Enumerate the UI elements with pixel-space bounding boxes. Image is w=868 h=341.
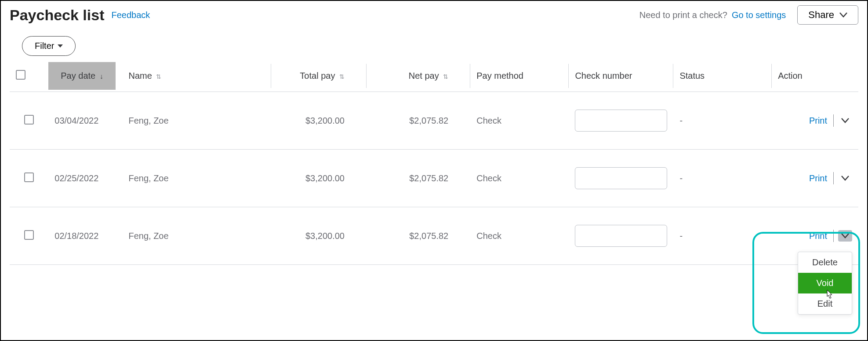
select-all-checkbox[interactable] bbox=[16, 70, 25, 80]
col-netpay-label: Net pay bbox=[409, 71, 439, 81]
cell-netpay: $2,075.82 bbox=[367, 207, 470, 265]
go-to-settings-link[interactable]: Go to settings bbox=[732, 10, 786, 20]
action-divider bbox=[833, 172, 834, 184]
action-divider bbox=[833, 114, 834, 127]
col-netpay[interactable]: Net pay ⇅ bbox=[367, 60, 470, 92]
action-dropdown-toggle[interactable] bbox=[838, 172, 852, 184]
col-action: Action bbox=[772, 60, 858, 92]
print-check-prompt: Need to print a check? bbox=[639, 10, 727, 20]
col-name-label: Name bbox=[128, 71, 152, 81]
sort-icon: ⇅ bbox=[156, 73, 161, 80]
table-row: 02/18/2022 Feng, Zoe $3,200.00 $2,075.82… bbox=[10, 207, 858, 265]
row-checkbox[interactable] bbox=[24, 115, 34, 125]
cell-name: Feng, Zoe bbox=[122, 207, 271, 265]
print-link[interactable]: Print bbox=[809, 116, 833, 126]
chevron-down-icon bbox=[839, 12, 847, 18]
table-row: 02/25/2022 Feng, Zoe $3,200.00 $2,075.82… bbox=[10, 150, 858, 207]
chevron-down-icon bbox=[841, 117, 850, 124]
cell-checknum bbox=[569, 207, 673, 265]
col-paydate-label: Pay date bbox=[61, 71, 95, 81]
row-checkbox[interactable] bbox=[24, 172, 34, 182]
chevron-down-icon bbox=[841, 175, 850, 181]
cell-paymethod: Check bbox=[470, 207, 569, 265]
check-number-input[interactable] bbox=[575, 167, 667, 189]
col-paymethod: Pay method bbox=[470, 60, 569, 92]
col-checknum-label: Check number bbox=[575, 71, 632, 81]
print-link[interactable]: Print bbox=[809, 231, 833, 241]
col-paydate[interactable]: Pay date ↓ bbox=[48, 60, 122, 92]
check-number-input[interactable] bbox=[575, 225, 667, 247]
cell-name: Feng, Zoe bbox=[122, 92, 271, 150]
col-totalpay-label: Total pay bbox=[300, 71, 335, 81]
share-button[interactable]: Share bbox=[797, 5, 858, 25]
cell-totalpay: $3,200.00 bbox=[271, 92, 367, 150]
cell-paymethod: Check bbox=[470, 150, 569, 207]
action-dropdown-toggle[interactable] bbox=[838, 230, 852, 242]
page-title: Paycheck list bbox=[10, 7, 104, 24]
sort-icon: ⇅ bbox=[339, 73, 345, 80]
col-status-label: Status bbox=[679, 71, 705, 81]
header-right: Need to print a check? Go to settings Sh… bbox=[639, 5, 858, 25]
cell-action: Print bbox=[772, 150, 858, 207]
cell-status: - bbox=[673, 150, 772, 207]
cell-checknum bbox=[569, 150, 673, 207]
col-status: Status bbox=[673, 60, 772, 92]
col-select-all bbox=[10, 60, 48, 92]
chevron-down-icon bbox=[841, 233, 850, 239]
col-totalpay[interactable]: Total pay ⇅ bbox=[271, 60, 367, 92]
dropdown-item-void[interactable]: Void bbox=[798, 273, 852, 293]
filter-bar: Filter bbox=[1, 29, 867, 60]
cell-paymethod: Check bbox=[470, 92, 569, 150]
cell-netpay: $2,075.82 bbox=[367, 150, 470, 207]
filter-label: Filter bbox=[35, 41, 54, 51]
cell-name: Feng, Zoe bbox=[122, 150, 271, 207]
table-row: 03/04/2022 Feng, Zoe $3,200.00 $2,075.82… bbox=[10, 92, 858, 150]
action-dropdown-menu: Delete Void Edit bbox=[798, 252, 852, 315]
cell-totalpay: $3,200.00 bbox=[271, 150, 367, 207]
cell-action: Print bbox=[772, 92, 858, 150]
col-checknum: Check number bbox=[569, 60, 673, 92]
row-checkbox[interactable] bbox=[24, 230, 34, 240]
action-divider bbox=[833, 230, 834, 242]
page-header: Paycheck list Feedback Need to print a c… bbox=[1, 1, 867, 29]
sort-icon: ⇅ bbox=[443, 73, 448, 80]
cell-checknum bbox=[569, 92, 673, 150]
dropdown-item-edit[interactable]: Edit bbox=[798, 293, 852, 314]
caret-down-icon bbox=[58, 44, 63, 48]
cell-paydate: 02/18/2022 bbox=[48, 207, 122, 265]
cell-netpay: $2,075.82 bbox=[367, 92, 470, 150]
feedback-link[interactable]: Feedback bbox=[111, 10, 150, 20]
share-label: Share bbox=[808, 9, 834, 21]
cell-totalpay: $3,200.00 bbox=[271, 207, 367, 265]
table-header-row: Pay date ↓ Name ⇅ Total pay ⇅ Net pay ⇅ … bbox=[10, 60, 858, 92]
filter-button[interactable]: Filter bbox=[22, 36, 76, 56]
col-action-label: Action bbox=[778, 71, 803, 81]
print-link[interactable]: Print bbox=[809, 173, 833, 183]
sort-desc-icon: ↓ bbox=[100, 73, 103, 80]
col-paymethod-label: Pay method bbox=[476, 71, 523, 81]
cell-status: - bbox=[673, 207, 772, 265]
cell-paydate: 02/25/2022 bbox=[48, 150, 122, 207]
action-dropdown-toggle[interactable] bbox=[838, 115, 852, 126]
cell-status: - bbox=[673, 92, 772, 150]
paycheck-table: Pay date ↓ Name ⇅ Total pay ⇅ Net pay ⇅ … bbox=[10, 60, 858, 265]
col-name[interactable]: Name ⇅ bbox=[122, 60, 271, 92]
check-number-input[interactable] bbox=[575, 110, 667, 132]
dropdown-item-delete[interactable]: Delete bbox=[798, 252, 852, 273]
cell-action: Print Delete Void Edit bbox=[772, 207, 858, 265]
cell-paydate: 03/04/2022 bbox=[48, 92, 122, 150]
